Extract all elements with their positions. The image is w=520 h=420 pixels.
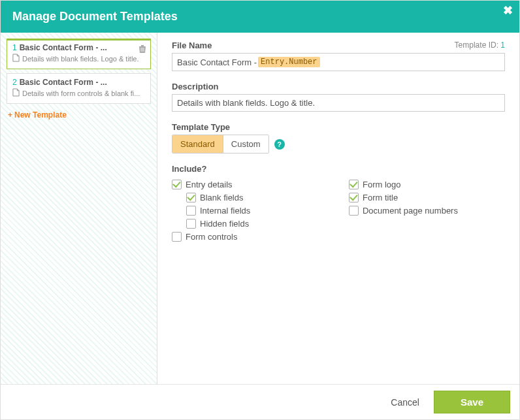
document-icon bbox=[12, 54, 20, 64]
trash-icon[interactable] bbox=[138, 44, 146, 56]
plus-icon: + bbox=[8, 110, 12, 120]
checkbox-label: Form title bbox=[363, 193, 398, 202]
checkbox-label: Internal fields bbox=[200, 206, 250, 216]
manage-templates-modal: Manage Document Templates ✖ 1 Basic Cont… bbox=[0, 0, 520, 420]
template-form: Template ID: 1 File Name Basic Contact F… bbox=[157, 33, 519, 384]
template-id-display: Template ID: 1 bbox=[455, 40, 505, 50]
template-sidebar: 1 Basic Contact Form - ... Details with … bbox=[1, 33, 157, 384]
description-label: Description bbox=[172, 82, 505, 91]
new-template-label: New Template bbox=[14, 110, 67, 120]
modal-header: Manage Document Templates ✖ bbox=[1, 1, 519, 33]
type-custom-button[interactable]: Custom bbox=[223, 135, 268, 153]
template-card[interactable]: 2 Basic Contact Form - ... Details with … bbox=[7, 73, 151, 104]
template-description: Details with blank fields. Logo & title. bbox=[22, 55, 139, 63]
new-template-button[interactable]: +New Template bbox=[7, 108, 151, 122]
checkbox-hidden-fields[interactable] bbox=[186, 219, 196, 229]
checkbox-label: Form controls bbox=[186, 232, 237, 242]
template-title: Basic Contact Form - ... bbox=[20, 78, 107, 87]
checkbox-label: Form logo bbox=[363, 180, 401, 189]
include-label: Include? bbox=[172, 164, 505, 174]
type-standard-button[interactable]: Standard bbox=[172, 135, 223, 153]
filename-input[interactable]: Basic Contact Form - Entry.Number bbox=[172, 53, 505, 71]
checkbox-label: Document page numbers bbox=[363, 206, 458, 216]
template-number: 2 bbox=[12, 78, 17, 87]
template-number: 1 bbox=[12, 43, 17, 52]
template-title: Basic Contact Form - ... bbox=[20, 43, 107, 52]
checkbox-entry-details[interactable] bbox=[172, 180, 182, 189]
checkbox-label: Blank fields bbox=[200, 193, 243, 202]
filename-token: Entry.Number bbox=[258, 57, 319, 67]
template-card[interactable]: 1 Basic Contact Form - ... Details with … bbox=[7, 39, 151, 69]
checkbox-blank-fields[interactable] bbox=[186, 193, 196, 202]
close-icon[interactable]: ✖ bbox=[503, 3, 513, 18]
cancel-button[interactable]: Cancel bbox=[387, 392, 423, 413]
checkbox-form-controls[interactable] bbox=[172, 232, 182, 242]
template-description: Details with form controls & blank fi... bbox=[22, 89, 140, 97]
checkbox-doc-page-numbers[interactable] bbox=[349, 206, 359, 216]
document-icon bbox=[12, 88, 20, 99]
modal-body: 1 Basic Contact Form - ... Details with … bbox=[1, 33, 519, 384]
template-type-label: Template Type bbox=[172, 122, 505, 132]
checkbox-form-logo[interactable] bbox=[349, 180, 359, 189]
template-id-label: Template ID: bbox=[455, 40, 498, 50]
checkbox-label: Hidden fields bbox=[200, 219, 249, 229]
template-type-toggle: Standard Custom bbox=[172, 135, 269, 153]
help-icon[interactable]: ? bbox=[274, 139, 285, 150]
modal-title: Manage Document Templates bbox=[12, 10, 178, 23]
save-button[interactable]: Save bbox=[434, 391, 510, 413]
template-id-value: 1 bbox=[500, 40, 505, 50]
checkbox-label: Entry details bbox=[186, 180, 233, 189]
filename-text: Basic Contact Form - bbox=[177, 57, 257, 67]
checkbox-internal-fields[interactable] bbox=[186, 206, 196, 216]
description-input[interactable] bbox=[172, 94, 505, 112]
checkbox-form-title[interactable] bbox=[349, 193, 359, 202]
modal-footer: Cancel Save bbox=[1, 384, 519, 419]
